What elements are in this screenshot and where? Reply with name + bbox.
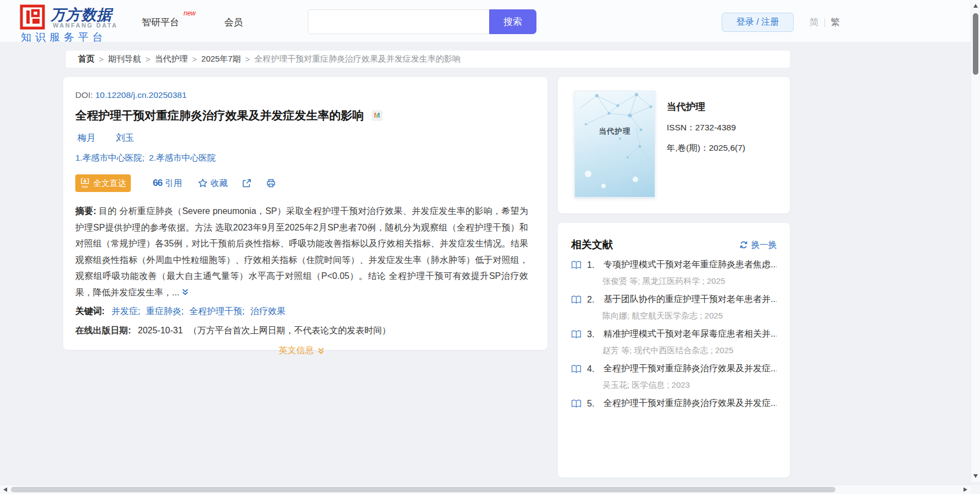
- wanfang-logo[interactable]: 万方数据 WANFANG DATA 知识服务平台: [20, 3, 146, 40]
- login-register-button[interactable]: 登录 / 注册: [722, 13, 794, 32]
- svg-text:free: free: [82, 185, 88, 189]
- refresh-icon: [739, 240, 748, 249]
- related-item-link[interactable]: 2. 基于团队协作的重症护理干预对老年患者并...: [571, 294, 777, 305]
- breadcrumb-issue[interactable]: 2025年7期: [201, 54, 241, 64]
- keyword-link[interactable]: 治疗效果: [251, 306, 286, 316]
- related-item: 3. 精准护理模式干预对老年尿毒症患者相关并... 赵芳 等; 现代中西医结合杂…: [571, 328, 777, 356]
- fulltext-download-icon: free: [80, 177, 90, 189]
- abstract-label: 摘要:: [75, 206, 96, 216]
- breadcrumb-separator: >: [245, 54, 250, 64]
- related-item-number: 5.: [587, 399, 603, 409]
- lang-simplified[interactable]: 简: [810, 16, 819, 29]
- affiliation-link[interactable]: 1.孝感市中心医院;: [75, 153, 145, 162]
- related-title: 相关文献: [571, 238, 613, 252]
- fulltext-button[interactable]: free 全文直达: [75, 174, 131, 192]
- breadcrumb-journal-nav[interactable]: 期刊导航: [108, 54, 141, 64]
- scroll-left-arrow[interactable]: [3, 487, 7, 492]
- abstract: 摘要: 目的 分析重症肺炎（Severe pneumonia，SP）采取全程护理…: [75, 203, 528, 301]
- chevron-double-down-icon: [317, 347, 325, 355]
- search-button[interactable]: 搜索: [489, 9, 536, 34]
- scroll-right-arrow[interactable]: [964, 487, 967, 492]
- journal-name-link[interactable]: 当代护理: [667, 100, 705, 113]
- related-item-meta: 陈向娜; 航空航天医学杂志 ; 2025: [602, 311, 777, 321]
- cite-button[interactable]: 66 引用: [153, 178, 182, 189]
- page-title: 全程护理干预对重症肺炎治疗效果及并发症发生率的影响M: [75, 107, 535, 124]
- journal-card: 当代护理 当代护理 ISSN：2732-4389 年,卷(期)：2025,6(7…: [558, 77, 790, 213]
- doi-row: DOI: 10.12208/j.cn.20250381: [75, 90, 535, 100]
- keywords-label: 关键词:: [75, 306, 104, 316]
- authors-row: 梅月 刘玉: [75, 132, 535, 144]
- nav-item-member[interactable]: 会员: [224, 16, 243, 29]
- scroll-up-arrow[interactable]: [973, 4, 978, 8]
- keyword-link[interactable]: 重症肺炎: [146, 306, 181, 316]
- quote-icon: 66: [153, 178, 162, 189]
- journal-volume: 年,卷(期)：2025,6(7): [667, 142, 745, 154]
- book-icon: [571, 330, 582, 339]
- top-header: 万方数据 WANFANG DATA 知识服务平台 智研平台 new 会员 搜索 …: [0, 0, 980, 42]
- breadcrumb: 首页 > 期刊导航 > 当代护理 > 2025年7期 > 全程护理干预对重症肺炎…: [66, 51, 790, 68]
- related-item-number: 3.: [587, 330, 603, 339]
- search-box: 搜索: [308, 9, 536, 34]
- lang-traditional[interactable]: 繁: [830, 16, 840, 29]
- vertical-scrollbar: [971, 0, 980, 482]
- refresh-button[interactable]: 换一换: [739, 239, 777, 251]
- publish-date-row: 在线出版日期: 2025-10-31 （万方平台首次上网日期，不代表论文的发表时…: [75, 325, 535, 337]
- journal-issn: ISSN：2732-4389: [667, 122, 736, 134]
- related-item-title: 全程护理干预对重症肺炎治疗效果及并发症...: [603, 398, 777, 409]
- keyword-link[interactable]: 全程护理干预: [190, 306, 242, 316]
- page: 万方数据 WANFANG DATA 知识服务平台 智研平台 new 会员 搜索 …: [0, 0, 980, 494]
- breadcrumb-separator: >: [192, 54, 197, 64]
- scrollbar-corner: [971, 485, 980, 494]
- doi-link[interactable]: 10.12208/j.cn.20250381: [95, 90, 186, 100]
- print-icon: [266, 178, 276, 188]
- affiliation-link[interactable]: 2.孝感市中心医院: [149, 153, 215, 162]
- publish-date-value: 2025-10-31: [138, 326, 183, 335]
- language-switch: 简 繁: [810, 16, 840, 29]
- horizontal-scrollbar: [0, 485, 971, 494]
- related-item-link[interactable]: 5. 全程护理干预对重症肺炎治疗效果及并发症...: [571, 398, 777, 409]
- related-item-number: 1.: [587, 260, 603, 270]
- related-item-title: 精准护理模式干预对老年尿毒症患者相关并...: [603, 328, 777, 340]
- journal-cover[interactable]: 当代护理: [574, 91, 655, 197]
- keyword-link[interactable]: 并发症: [112, 306, 138, 316]
- print-button[interactable]: [266, 178, 276, 188]
- vertical-scrollbar-thumb[interactable]: [973, 13, 978, 75]
- breadcrumb-current: 全程护理干预对重症肺炎治疗效果及并发症发生率的影响: [254, 54, 461, 64]
- related-item: 5. 全程护理干预对重症肺炎治疗效果及并发症...: [571, 398, 777, 409]
- brand-tagline: 知识服务平台: [21, 30, 107, 45]
- share-button[interactable]: [242, 178, 252, 188]
- article-actions: free 全文直达 66 引用 收藏: [75, 174, 535, 192]
- new-badge: new: [184, 9, 196, 17]
- english-info-toggle[interactable]: 英文信息: [279, 345, 325, 356]
- author-link[interactable]: 刘玉: [116, 132, 134, 144]
- scroll-down-arrow[interactable]: [973, 474, 978, 478]
- breadcrumb-separator: >: [146, 54, 151, 64]
- share-icon: [242, 178, 252, 188]
- abstract-expand-button[interactable]: [181, 288, 189, 298]
- medline-badge[interactable]: M: [372, 110, 383, 121]
- nav-item-zhiyan[interactable]: 智研平台 new: [142, 16, 179, 29]
- publish-date-label: 在线出版日期:: [75, 326, 131, 335]
- book-icon: [571, 365, 582, 374]
- breadcrumb-journal[interactable]: 当代护理: [155, 54, 188, 64]
- search-input[interactable]: [308, 9, 489, 34]
- related-item-link[interactable]: 4. 全程护理干预对重症肺炎治疗效果及并发症...: [571, 363, 777, 375]
- star-icon: [198, 178, 208, 188]
- breadcrumb-home[interactable]: 首页: [78, 54, 95, 64]
- favorite-button[interactable]: 收藏: [198, 178, 228, 189]
- related-item: 2. 基于团队协作的重症护理干预对老年患者并... 陈向娜; 航空航天医学杂志 …: [571, 294, 777, 321]
- related-item-link[interactable]: 1. 专项护理模式干预对老年重症肺炎患者焦虑...: [571, 259, 777, 271]
- book-icon: [571, 295, 582, 304]
- related-item-link[interactable]: 3. 精准护理模式干预对老年尿毒症患者相关并...: [571, 328, 777, 340]
- top-nav: 智研平台 new 会员: [142, 16, 243, 29]
- related-item-title: 基于团队协作的重症护理干预对老年患者并...: [603, 294, 777, 305]
- related-literature-card: 相关文献 换一换 1. 专项护理模式干预对老年重症肺炎患者焦虑... 张俊贤 等…: [558, 223, 790, 477]
- author-link[interactable]: 梅月: [77, 132, 96, 144]
- related-item-meta: 吴玉花; 医学信息 ; 2023: [602, 380, 777, 391]
- journal-cover-title: 当代护理: [575, 127, 655, 136]
- related-item-meta: 赵芳 等; 现代中西医结合杂志 ; 2025: [602, 345, 777, 356]
- related-item-number: 2.: [587, 295, 603, 305]
- horizontal-scrollbar-thumb[interactable]: [11, 487, 835, 492]
- chevron-double-down-icon: [181, 288, 189, 296]
- affiliations-row: 1.孝感市中心医院; 2.孝感市中心医院: [75, 152, 535, 164]
